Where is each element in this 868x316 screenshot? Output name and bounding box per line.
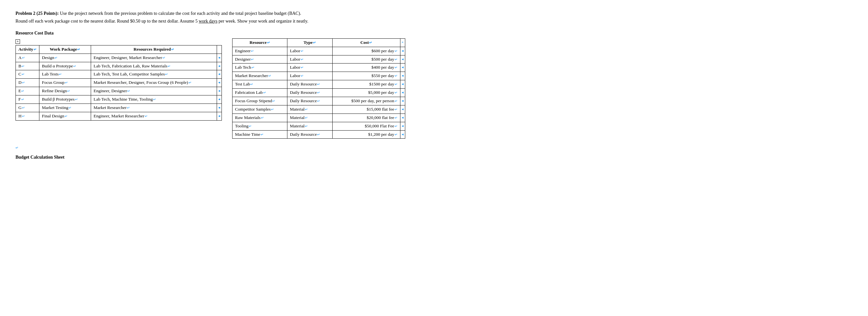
row-arrow: ◄	[217, 54, 221, 62]
row-arrow: ◄	[217, 62, 221, 70]
activity-cell: C	[16, 70, 39, 79]
problem-text3: per week. Show your work and organize it…	[217, 19, 308, 24]
type-cell: Material	[287, 113, 332, 122]
row-arrow-right: ◄	[400, 97, 405, 105]
type-cell: Labor	[287, 47, 332, 55]
resource-cell: Focus Group Stipend	[232, 97, 287, 105]
bottom-return: ↵	[16, 144, 852, 151]
table-row: Lab TechLabor$400 per day◄	[232, 64, 405, 72]
header-cost: Cost	[332, 38, 400, 47]
expand-icon[interactable]: +	[16, 39, 20, 44]
problem-statement: Problem 2 (25 Points): Use the project n…	[16, 10, 435, 24]
row-arrow-right: ◄	[400, 89, 405, 97]
type-cell: Daily Resource	[287, 97, 332, 105]
resource-cell: Competitor Samples	[232, 105, 287, 113]
type-cell: Daily Resource	[287, 130, 332, 139]
activity-cell: D	[16, 79, 39, 87]
cost-cell: $600 per day	[332, 47, 400, 55]
resource-cell: Lab Tech	[232, 64, 287, 72]
resources-cell: Lab Tech, Fabrication Lab, Raw Materials	[91, 62, 217, 70]
row-arrow: ◄	[217, 112, 221, 120]
header-type: Type	[287, 38, 332, 47]
problem-text1: Use the project network from the previou…	[59, 11, 301, 16]
cost-cell: $50,000 Flat Fee	[332, 122, 400, 130]
row-arrow: ◄	[217, 87, 221, 96]
activity-table: Activity Work Package Resources Required…	[16, 45, 222, 120]
budget-calculation-title: Budget Calculation Sheet	[16, 154, 852, 161]
workdays-text: work days	[198, 19, 217, 24]
table-row: BBuild α PrototypeLab Tech, Fabrication …	[16, 62, 222, 70]
left-table-wrapper: + Activity Work Package Resources Requir…	[16, 38, 222, 120]
resources-cell: Lab Tech, Test Lab, Competitor Samples	[91, 70, 217, 79]
row-arrow-right: ◄	[400, 113, 405, 122]
problem-label: Problem 2 (25 Points):	[16, 11, 59, 16]
table-row: Market ResearcherLabor$550 per day◄	[232, 72, 405, 80]
row-arrow-right: ◄	[400, 47, 405, 55]
activity-cell: G	[16, 104, 39, 112]
activity-cell: E	[16, 87, 39, 96]
resource-cell: Tooling	[232, 122, 287, 130]
row-arrow-right: ◄	[400, 130, 405, 139]
table-row: Machine TimeDaily Resource$1,200 per day…	[232, 130, 405, 139]
resource-cell: Engineer	[232, 47, 287, 55]
row-arrow-right: ◄	[400, 105, 405, 113]
resource-cell: Test Lab	[232, 80, 287, 89]
resource-cost-data-title: Resource Cost Data	[16, 30, 852, 36]
cost-cell: $550 per day	[332, 72, 400, 80]
resource-cell: Designer	[232, 55, 287, 64]
resources-cell: Market Researcher, Designer, Focus Group…	[91, 79, 217, 87]
cost-cell: $15,000 flat fee	[332, 105, 400, 113]
cost-cell: $5,000 per day	[332, 89, 400, 97]
workpackage-cell: Focus Group	[39, 79, 91, 87]
type-cell: Material	[287, 122, 332, 130]
resources-cell: Engineer, Designer, Market Researcher	[91, 54, 217, 62]
cost-cell: $1500 per day	[332, 80, 400, 89]
table-row: Test LabDaily Resource$1500 per day◄	[232, 80, 405, 89]
workpackage-cell: Build β Prototypes	[39, 96, 91, 104]
tables-container: + Activity Work Package Resources Requir…	[16, 38, 852, 139]
table-row: HFinal DesignEngineer, Market Researcher…	[16, 112, 222, 120]
table-row: GMarket TestingMarket Researcher◄	[16, 104, 222, 112]
row-arrow-right: ◄	[400, 72, 405, 80]
cost-cell: $1,200 per day	[332, 130, 400, 139]
activity-cell: H	[16, 112, 39, 120]
table-row: ERefine DesignEngineer, Designer◄	[16, 87, 222, 96]
workpackage-cell: Lab Tests	[39, 70, 91, 79]
problem-text2: Round off each work package cost to the …	[16, 19, 198, 24]
resources-cell: Engineer, Market Researcher	[91, 112, 217, 120]
table-row: Competitor SamplesMaterial$15,000 flat f…	[232, 105, 405, 113]
right-table-wrapper: Resource Type Cost « EngineerLabor$600 p…	[232, 38, 405, 139]
resource-cell: Machine Time	[232, 130, 287, 139]
row-arrow: ◄	[217, 70, 221, 79]
resources-cell: Lab Tech, Machine Time, Tooling	[91, 96, 217, 104]
workpackage-cell: Refine Design	[39, 87, 91, 96]
row-arrow-right: ◄	[400, 55, 405, 64]
header-arrow-col	[217, 45, 221, 54]
resource-table: Resource Type Cost « EngineerLabor$600 p…	[232, 38, 405, 139]
table-row: CLab TestsLab Tech, Test Lab, Competitor…	[16, 70, 222, 79]
table-row: FBuild β PrototypesLab Tech, Machine Tim…	[16, 96, 222, 104]
resources-cell: Market Researcher	[91, 104, 217, 112]
type-cell: Labor	[287, 55, 332, 64]
workpackage-cell: Build α Prototype	[39, 62, 91, 70]
type-cell: Daily Resource	[287, 80, 332, 89]
resources-cell: Engineer, Designer	[91, 87, 217, 96]
type-cell: Labor	[287, 64, 332, 72]
table-row: DesignerLabor$500 per day◄	[232, 55, 405, 64]
header-arrow-col-right: «	[400, 38, 405, 47]
header-resource: Resource	[232, 38, 287, 47]
table-row: Raw MaterialsMaterial$20,000 flat fee◄	[232, 113, 405, 122]
row-arrow-right: ◄	[400, 122, 405, 130]
row-arrow-right: ◄	[400, 64, 405, 72]
cost-cell: $500 per day, per person	[332, 97, 400, 105]
activity-cell: A	[16, 54, 39, 62]
header-activity: Activity	[16, 45, 39, 54]
activity-cell: F	[16, 96, 39, 104]
table-row: Focus Group StipendDaily Resource$500 pe…	[232, 97, 405, 105]
cost-cell: $20,000 flat fee	[332, 113, 400, 122]
type-cell: Daily Resource	[287, 89, 332, 97]
row-arrow: ◄	[217, 104, 221, 112]
resource-cell: Raw Materials	[232, 113, 287, 122]
table-row: ToolingMaterial$50,000 Flat Fee◄	[232, 122, 405, 130]
table-row: DFocus GroupMarket Researcher, Designer,…	[16, 79, 222, 87]
